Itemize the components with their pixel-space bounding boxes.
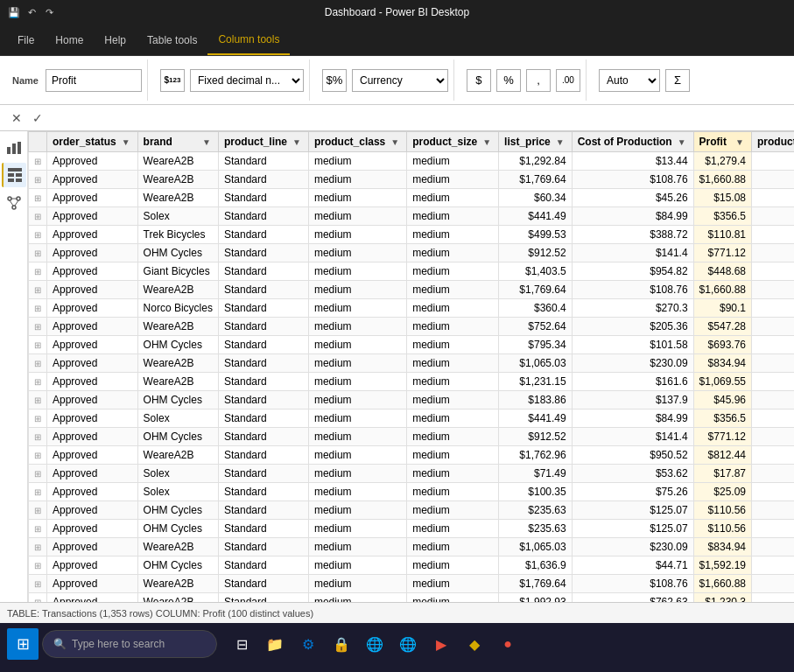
decimal-btn[interactable]: .00 — [556, 69, 580, 92]
menu-column-tools[interactable]: Column tools — [207, 24, 290, 55]
col-product-class-header[interactable]: product_class ▼ — [308, 132, 406, 152]
row-expand[interactable]: ⊞ — [29, 152, 47, 171]
row-expand[interactable]: ⊞ — [29, 171, 47, 189]
datatype-icon[interactable]: $123 — [160, 69, 185, 92]
table-row[interactable]: ⊞ Approved OHM Cycles Standard medium me… — [29, 428, 795, 446]
col-product-line-header[interactable]: product_line ▼ — [218, 132, 308, 152]
app-icon1[interactable]: ▶ — [427, 630, 455, 658]
dollar-icon[interactable]: $ — [467, 69, 491, 92]
row-expand[interactable]: ⊞ — [29, 593, 47, 603]
brand-filter[interactable]: ▼ — [200, 136, 213, 148]
task-view-icon[interactable]: ⊟ — [228, 630, 256, 658]
table-row[interactable]: ⊞ Approved OHM Cycles Standard medium me… — [29, 556, 795, 575]
col-date-header[interactable]: product_first_sold_date ▼ — [752, 132, 795, 152]
percent-icon[interactable]: % — [496, 69, 521, 92]
table-row[interactable]: ⊞ Approved Giant Bicycles Standard mediu… — [29, 262, 795, 281]
row-expand[interactable]: ⊞ — [29, 501, 47, 520]
taskbar-search[interactable]: 🔍 Type here to search — [42, 630, 217, 658]
col-list-price-header[interactable]: list_price ▼ — [499, 132, 573, 152]
table-row[interactable]: ⊞ Approved Solex Standard medium medium … — [29, 465, 795, 483]
app-icon2[interactable]: ◆ — [460, 630, 488, 658]
menu-home[interactable]: Home — [45, 24, 94, 55]
table-row[interactable]: ⊞ Approved Solex Standard medium medium … — [29, 483, 795, 501]
table-row[interactable]: ⊞ Approved WeareA2B Standard medium medi… — [29, 171, 795, 189]
table-row[interactable]: ⊞ Approved WeareA2B Standard medium medi… — [29, 281, 795, 299]
product-size-filter[interactable]: ▼ — [481, 136, 493, 148]
row-expand[interactable]: ⊞ — [29, 465, 47, 483]
menu-help[interactable]: Help — [94, 24, 137, 55]
table-row[interactable]: ⊞ Approved WeareA2B Standard medium medi… — [29, 575, 795, 593]
sidebar-table-icon[interactable] — [2, 163, 26, 187]
table-row[interactable]: ⊞ Approved WeareA2B Standard medium medi… — [29, 318, 795, 336]
settings-icon[interactable]: ⚙ — [294, 630, 322, 658]
row-expand[interactable]: ⊞ — [29, 391, 47, 410]
row-expand[interactable]: ⊞ — [29, 446, 47, 465]
row-expand[interactable]: ⊞ — [29, 262, 47, 281]
table-row[interactable]: ⊞ Approved WeareA2B Standard medium medi… — [29, 189, 795, 207]
table-row[interactable]: ⊞ Approved OHM Cycles Standard medium me… — [29, 501, 795, 520]
table-row[interactable]: ⊞ Approved OHM Cycles Standard medium me… — [29, 391, 795, 410]
list-price-filter[interactable]: ▼ — [554, 136, 566, 148]
table-row[interactable]: ⊞ Approved OHM Cycles Standard medium me… — [29, 244, 795, 262]
row-expand[interactable]: ⊞ — [29, 354, 47, 373]
table-row[interactable]: ⊞ Approved WeareA2B Standard medium medi… — [29, 152, 795, 171]
name-input[interactable] — [46, 69, 142, 92]
col-cost-header[interactable]: Cost of Production ▼ — [572, 132, 693, 152]
order-status-filter[interactable]: ▼ — [120, 136, 132, 148]
row-expand[interactable]: ⊞ — [29, 299, 47, 318]
row-expand[interactable]: ⊞ — [29, 281, 47, 299]
table-row[interactable]: ⊞ Approved OHM Cycles Standard medium me… — [29, 520, 795, 538]
sidebar-barchart-icon[interactable] — [2, 135, 26, 159]
edge-icon[interactable]: 🌐 — [394, 630, 422, 658]
row-expand[interactable]: ⊞ — [29, 373, 47, 391]
row-expand[interactable]: ⊞ — [29, 538, 47, 556]
table-row[interactable]: ⊞ Approved WeareA2B Standard medium medi… — [29, 446, 795, 465]
product-line-filter[interactable]: ▼ — [291, 136, 303, 148]
row-expand[interactable]: ⊞ — [29, 483, 47, 501]
comma-icon[interactable]: , — [526, 69, 551, 92]
col-profit-header[interactable]: Profit ▼ — [693, 132, 751, 152]
formula-accept-btn[interactable]: ✓ — [28, 108, 47, 128]
start-button[interactable]: ⊞ — [7, 628, 39, 660]
datatype-select[interactable]: Fixed decimal n... — [190, 69, 304, 92]
redo-icon[interactable]: ↷ — [42, 5, 56, 19]
menu-file[interactable]: File — [7, 24, 45, 55]
sidebar-model-icon[interactable] — [2, 191, 26, 215]
table-row[interactable]: ⊞ Approved WeareA2B Standard medium medi… — [29, 593, 795, 603]
row-expand[interactable]: ⊞ — [29, 575, 47, 593]
table-row[interactable]: ⊞ Approved WeareA2B Standard medium medi… — [29, 538, 795, 556]
row-expand[interactable]: ⊞ — [29, 428, 47, 446]
table-row[interactable]: ⊞ Approved Solex Standard medium medium … — [29, 410, 795, 428]
window-controls[interactable]: 💾 ↶ ↷ — [7, 5, 56, 19]
security-icon[interactable]: 🔒 — [327, 630, 355, 658]
row-expand[interactable]: ⊞ — [29, 410, 47, 428]
row-expand[interactable]: ⊞ — [29, 336, 47, 354]
app-icon3[interactable]: ● — [494, 630, 522, 658]
table-row[interactable]: ⊞ Approved Trek Bicycles Standard medium… — [29, 226, 795, 244]
row-expand[interactable]: ⊞ — [29, 556, 47, 575]
undo-icon[interactable]: ↶ — [25, 5, 39, 19]
table-row[interactable]: ⊞ Approved OHM Cycles Standard medium me… — [29, 336, 795, 354]
row-expand[interactable]: ⊞ — [29, 318, 47, 336]
row-expand[interactable]: ⊞ — [29, 189, 47, 207]
table-row[interactable]: ⊞ Approved WeareA2B Standard medium medi… — [29, 373, 795, 391]
row-expand[interactable]: ⊞ — [29, 520, 47, 538]
table-row[interactable]: ⊞ Approved WeareA2B Standard medium medi… — [29, 354, 795, 373]
cost-filter[interactable]: ▼ — [676, 136, 688, 148]
auto-select[interactable]: Auto — [599, 69, 660, 92]
browser-icon[interactable]: 🌐 — [361, 630, 389, 658]
product-class-filter[interactable]: ▼ — [389, 136, 401, 148]
sigma-btn[interactable]: Σ — [665, 69, 690, 92]
file-explorer-icon[interactable]: 📁 — [261, 630, 289, 658]
format-select[interactable]: Currency — [352, 69, 448, 92]
table-row[interactable]: ⊞ Approved Norco Bicycles Standard mediu… — [29, 299, 795, 318]
col-product-size-header[interactable]: product_size ▼ — [407, 132, 499, 152]
menu-table-tools[interactable]: Table tools — [137, 24, 207, 55]
col-order-status-header[interactable]: order_status ▼ — [47, 132, 138, 152]
row-expand[interactable]: ⊞ — [29, 244, 47, 262]
save-icon[interactable]: 💾 — [7, 5, 21, 19]
col-brand-header[interactable]: brand ▼ — [137, 132, 218, 152]
format-icon[interactable]: $% — [322, 69, 347, 92]
formula-cancel-btn[interactable]: ✕ — [7, 108, 26, 128]
row-expand[interactable]: ⊞ — [29, 226, 47, 244]
